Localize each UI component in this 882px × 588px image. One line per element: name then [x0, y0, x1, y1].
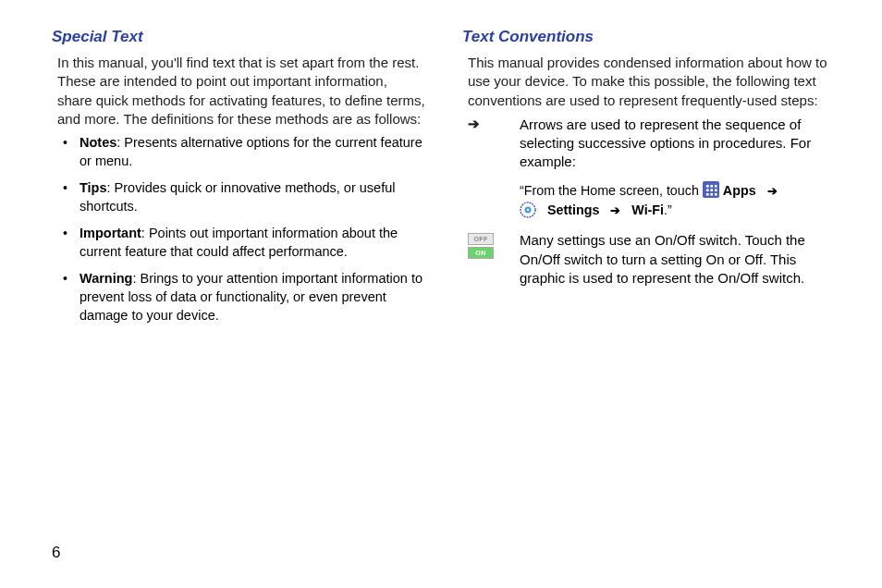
desc-tips: : Provides quick or innovative methods, …: [80, 180, 395, 214]
example-wifi-label: Wi-Fi: [631, 202, 664, 217]
svg-point-2: [527, 209, 529, 211]
page-number: 6: [52, 544, 60, 562]
right-column: Text Conventions This manual provides co…: [462, 28, 836, 334]
example-pre: “From the Home screen, touch: [520, 183, 703, 198]
nav-arrow-icon: ➔: [610, 203, 620, 217]
apps-grid-icon: [703, 181, 719, 198]
example-apps-label: Apps: [723, 183, 756, 198]
term-warning: Warning: [80, 271, 132, 286]
switch-convention-desc: Many settings use an On/Off switch. Touc…: [520, 231, 836, 288]
bullet-dot-icon: •: [63, 179, 80, 215]
arrow-convention-desc: Arrows are used to represent the sequenc…: [520, 116, 836, 172]
switch-off-label: OFF: [468, 233, 494, 245]
special-text-heading: Special Text: [52, 28, 425, 46]
text-conventions-intro: This manual provides condensed informati…: [462, 54, 836, 110]
onoff-switch-icon: OFF ON: [468, 231, 520, 288]
bullet-dot-icon: •: [63, 134, 80, 170]
left-column: Special Text In this manual, you'll find…: [52, 28, 425, 334]
bullet-warning: • Warning: Brings to your attention impo…: [63, 270, 425, 325]
text-conventions-heading: Text Conventions: [462, 28, 836, 46]
settings-gear-icon: [520, 202, 536, 218]
example-settings-label: Settings: [547, 202, 599, 217]
term-notes: Notes: [80, 135, 116, 150]
special-text-intro: In this manual, you'll find text that is…: [52, 54, 425, 129]
bullet-dot-icon: •: [63, 225, 80, 261]
switch-on-label: ON: [468, 247, 494, 259]
desc-notes: : Presents alternative options for the c…: [80, 135, 423, 168]
term-important: Important: [80, 226, 141, 240]
bullet-notes: • Notes: Presents alternative options fo…: [63, 134, 425, 170]
arrow-convention-row: ➔ Arrows are used to represent the seque…: [468, 116, 836, 221]
nav-arrow-icon: ➔: [767, 184, 778, 198]
navigation-example: “From the Home screen, touch Apps ➔: [520, 181, 836, 221]
example-end: .”: [664, 202, 672, 217]
term-tips: Tips: [80, 180, 107, 195]
bullet-tips: • Tips: Provides quick or innovative met…: [63, 179, 425, 215]
bullet-important: • Important: Points out important inform…: [63, 225, 425, 261]
bullet-dot-icon: •: [63, 270, 80, 325]
arrow-right-icon: ➔: [468, 116, 520, 221]
switch-convention-row: OFF ON Many settings use an On/Off switc…: [468, 231, 836, 288]
